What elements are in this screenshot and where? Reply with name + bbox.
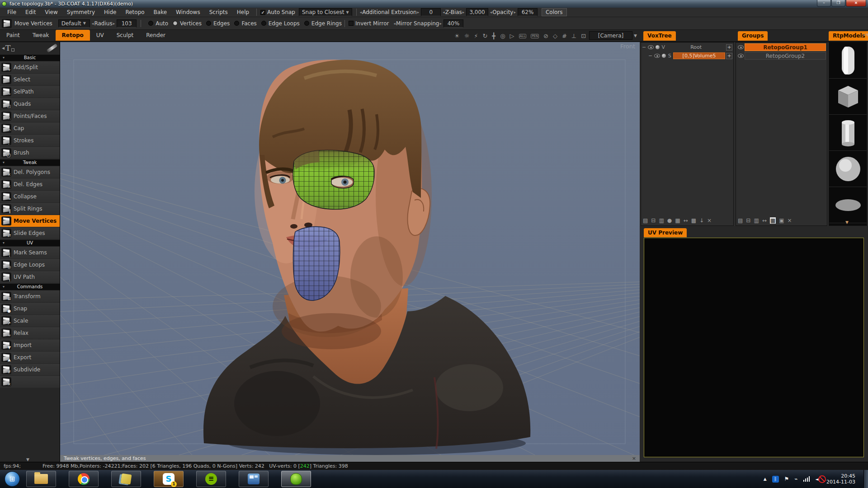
sidebar-item-clipped[interactable]: × xyxy=(0,376,60,388)
menu-scripts[interactable]: Scripts xyxy=(205,8,232,17)
merge-icon[interactable]: ▦ xyxy=(675,217,680,224)
sidebar-item-del-edges[interactable]: ×Del. Edges xyxy=(0,178,60,190)
sidebar-item-collapse[interactable]: →Collapse xyxy=(0,191,60,202)
bulb-icon[interactable]: ☼ xyxy=(464,33,470,39)
tab-groups[interactable]: Groups xyxy=(738,31,768,41)
mode-radio-edge-loops[interactable] xyxy=(261,21,266,26)
group-name[interactable]: RetopoGroup2 xyxy=(745,52,826,60)
sidebar-item-selpath[interactable]: ~SelPath xyxy=(0,86,60,98)
tray-clock[interactable]: 20:45 2014-11-03 xyxy=(826,473,855,485)
start-button[interactable]: ⊞ xyxy=(5,471,20,487)
swap-icon[interactable]: ↔ xyxy=(762,217,767,224)
shader-ball-icon[interactable] xyxy=(662,54,666,58)
mode-radio-faces[interactable] xyxy=(234,21,239,26)
sidebar-item-del-polygons[interactable]: ×Del. Polygons xyxy=(0,166,60,178)
power-plug-icon[interactable]: ⌁ xyxy=(794,476,797,482)
dither-icon[interactable]: ▥ xyxy=(754,217,759,224)
rtp-cylinder-thumb[interactable] xyxy=(829,115,867,151)
menu-edit[interactable]: Edit xyxy=(21,8,40,17)
colors-button[interactable]: Colors xyxy=(542,8,567,16)
sidebar-item-subdivide[interactable]: #Subdivide xyxy=(0,364,60,375)
section-header-basic[interactable]: Basic xyxy=(0,55,60,61)
no-snap-icon[interactable]: ⊘ xyxy=(543,33,548,39)
play-icon[interactable]: ▷ xyxy=(510,33,514,39)
grid-small-icon[interactable]: ▣ xyxy=(779,217,784,224)
visibility-eye-icon[interactable] xyxy=(738,45,744,49)
visibility-eye-icon[interactable] xyxy=(738,54,744,58)
voxtree-row-volume5[interactable]: − S [0,5]Volume5 + xyxy=(641,52,733,60)
brush-preview-icon[interactable] xyxy=(46,43,57,53)
tab-rtpmodels[interactable]: RtpModels xyxy=(829,31,868,41)
collapse-icon[interactable]: − xyxy=(642,44,646,50)
action-center-flag-icon[interactable]: ⚑ xyxy=(784,476,789,482)
add-child-button[interactable]: + xyxy=(726,53,732,59)
tray-expand-icon[interactable]: ▲ xyxy=(764,477,767,481)
mode-radio-vertices[interactable] xyxy=(173,21,178,26)
axis-icon[interactable]: ⊥ xyxy=(571,33,576,39)
new-layer-icon[interactable]: ▤ xyxy=(643,217,648,224)
menu-help[interactable]: Help xyxy=(232,8,254,17)
additional-extrusion-field[interactable]: 0 xyxy=(421,8,441,16)
clear-icon[interactable]: × xyxy=(707,217,712,224)
sidebar-item-uv-path[interactable]: ┐UV Path xyxy=(0,271,60,283)
import-icon[interactable]: ↓ xyxy=(699,217,704,224)
menu-retopo[interactable]: Retopo xyxy=(121,8,149,17)
opacity-field[interactable]: 62% xyxy=(518,8,538,16)
sidebar-item-quads[interactable]: ▢Quads xyxy=(0,98,60,110)
swap-icon[interactable]: ↔ xyxy=(684,217,688,224)
menu-symmetry[interactable]: Symmetry xyxy=(62,8,99,17)
sidebar-item-split-rings[interactable]: ∥Split Rings xyxy=(0,203,60,215)
menu-bake[interactable]: Bake xyxy=(149,8,172,17)
rtp-capsule-thumb[interactable] xyxy=(829,42,867,79)
mode-radio-auto[interactable] xyxy=(148,21,153,26)
taskbar-notes-button[interactable] xyxy=(111,471,141,487)
taskbar-3dcoat-button[interactable] xyxy=(281,471,311,487)
mirror-snapping-field[interactable]: 40% xyxy=(443,19,463,28)
wire-cube-icon[interactable]: ◇ xyxy=(553,33,557,39)
radius-field[interactable]: 103 xyxy=(117,19,137,28)
mode-radio-edges[interactable] xyxy=(206,21,211,26)
zoom-view-icon[interactable]: ◎ xyxy=(500,33,505,39)
tab-retopo[interactable]: Retopo xyxy=(56,30,90,41)
rtp-disc-thumb[interactable] xyxy=(829,187,867,223)
show-desktop-button[interactable] xyxy=(863,470,868,488)
taskbar-explorer-button[interactable] xyxy=(26,471,56,487)
invert-mirror-checkbox[interactable] xyxy=(349,21,354,26)
menu-windows[interactable]: Windows xyxy=(171,8,205,17)
tab-paint[interactable]: Paint xyxy=(0,30,26,41)
viewport-3d[interactable]: Front xyxy=(60,42,640,455)
uv-preview-canvas[interactable] xyxy=(644,238,864,457)
chevron-down-icon[interactable]: ▼ xyxy=(634,33,637,38)
sphere-icon[interactable]: ● xyxy=(667,217,672,224)
panel-menu-icon[interactable]: ≡▼ xyxy=(863,33,868,37)
add-child-button[interactable]: + xyxy=(726,44,732,51)
tab-render[interactable]: Render xyxy=(140,30,172,41)
text-tool-icon[interactable]: T xyxy=(5,43,10,52)
group-row[interactable]: RetopoGroup2 xyxy=(737,52,826,60)
sidebar-item-brush[interactable]: ◯Brush xyxy=(0,147,60,159)
delete-group-icon[interactable]: ⊟ xyxy=(746,217,750,224)
clear-icon[interactable]: × xyxy=(788,217,792,224)
grid-on-icon[interactable]: ▦ xyxy=(770,217,776,224)
voxtree-item-name-selected[interactable]: [0,5]Volume5 xyxy=(673,52,725,59)
collapse-arrow-icon[interactable]: ◂ xyxy=(2,45,5,51)
tab-uv[interactable]: UV xyxy=(90,30,110,41)
sidebar-item-points-faces[interactable]: ∴Points/Faces xyxy=(0,110,60,122)
sidebar-item-cap[interactable]: ◠Cap xyxy=(0,122,60,134)
sidebar-item-export[interactable]: ▲Export xyxy=(0,352,60,363)
rtp-cube-thumb[interactable] xyxy=(829,79,867,115)
section-header-uv[interactable]: UV xyxy=(0,240,60,246)
menu-hide[interactable]: Hide xyxy=(99,8,121,17)
close-icon[interactable]: × xyxy=(632,455,636,461)
network-signal-icon[interactable] xyxy=(803,476,810,482)
sidebar-item-snap[interactable]: ●Snap xyxy=(0,303,60,314)
section-header-tweak[interactable]: Tweak xyxy=(0,160,60,166)
grid-toggle-icon[interactable]: # xyxy=(562,33,567,39)
new-group-icon[interactable]: ▤ xyxy=(738,217,743,224)
sidebar-item-edge-loops[interactable]: ◎Edge Loops xyxy=(0,259,60,271)
scroll-down-icon[interactable]: ▼ xyxy=(845,220,849,225)
sidebar-item-select[interactable]: Select xyxy=(0,74,60,85)
tab-tweak[interactable]: Tweak xyxy=(26,30,56,41)
light-direction-icon[interactable]: ⚡ xyxy=(474,33,478,39)
group-row[interactable]: RetopoGroup1 xyxy=(737,43,826,51)
